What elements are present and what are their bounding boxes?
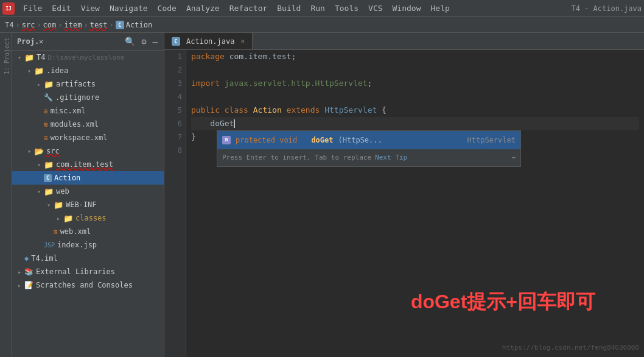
line-num-3: 3: [164, 77, 182, 90]
tree-root-path: D:\save\myclass\one: [47, 54, 124, 62]
ac-method-icon: m: [222, 136, 231, 144]
tree-action[interactable]: C Action: [12, 171, 164, 185]
code-editor[interactable]: package com.item.test ; import javax.ser…: [186, 50, 644, 357]
folder-web-icon: 📁: [44, 187, 54, 196]
tree-webinf[interactable]: ▾ 📁 WEB-INF: [12, 198, 164, 211]
ac-hint-dots[interactable]: ⋯: [511, 151, 516, 164]
tree-workspace-label: workspace.xml: [51, 133, 108, 142]
breadcrumb-com[interactable]: com: [43, 21, 57, 29]
toolbar-locate-btn[interactable]: 🔍: [124, 35, 136, 48]
extlibs-icon: 📚: [24, 267, 33, 276]
tree-t4iml-label: T4.iml: [31, 254, 57, 263]
main-layout: 1: Project Proj.✕ 🔍 ⚙ — ▾ 📁 T4 D:\save\m…: [0, 33, 644, 357]
tree-package[interactable]: ▾ 📁 com.item.test: [12, 158, 164, 171]
breadcrumb-t4[interactable]: T4: [5, 21, 13, 29]
line-num-4: 4: [164, 90, 182, 104]
editor-area: C Action.java ✕ 1 2 3 4 5 6 7 8 p: [164, 33, 644, 357]
tree-webxml[interactable]: ≋ web.xml: [12, 225, 164, 238]
tree-ext-libs[interactable]: ▸ 📚 External Libraries: [12, 265, 164, 278]
tree-idea[interactable]: ▾ 📁 .idea: [12, 64, 164, 77]
editor-content[interactable]: 1 2 3 4 5 6 7 8 package com.item.test ;: [164, 50, 644, 357]
menu-tools[interactable]: Tools: [330, 2, 363, 14]
file-webxml-icon: ≋: [54, 228, 58, 236]
menu-help[interactable]: Help: [426, 2, 455, 14]
kw-extends: extends: [287, 104, 320, 117]
menu-window[interactable]: Window: [388, 2, 426, 14]
tree-package-label: com.item.test: [56, 160, 113, 169]
tab-label: Action.java: [186, 37, 234, 46]
breadcrumb-src[interactable]: src: [22, 21, 35, 29]
tree-gitignore[interactable]: 🔧 .gitignore: [12, 91, 164, 104]
menu-refactor[interactable]: Refactor: [225, 2, 273, 14]
sidebar-title: Proj.✕: [17, 37, 43, 46]
line-num-8: 8: [164, 144, 182, 157]
arrow-artifacts: ▸: [34, 81, 44, 88]
tree-web[interactable]: ▾ 📁 web: [12, 185, 164, 198]
arrow-web: ▾: [34, 188, 44, 195]
breadcrumb-item[interactable]: item: [65, 21, 82, 29]
line-numbers: 1 2 3 4 5 6 7 8: [164, 50, 186, 357]
file-misc-icon: ≋: [44, 107, 48, 115]
text-cursor: [234, 119, 235, 128]
kw-import: import: [191, 77, 220, 90]
editor-tab-action[interactable]: C Action.java ✕: [164, 33, 253, 49]
tree-workspace[interactable]: ≋ workspace.xml: [12, 131, 164, 144]
menu-build[interactable]: Build: [272, 2, 306, 14]
file-iml-icon: ◆: [24, 254, 29, 263]
tree-web-label: web: [56, 187, 69, 196]
sidebar-toolbar: Proj.✕ 🔍 ⚙ —: [12, 33, 164, 51]
tab-close-btn[interactable]: ✕: [240, 37, 245, 45]
big-annotation: doGet提示+回车即可: [411, 295, 595, 308]
tree-classes-label: classes: [75, 214, 107, 222]
menu-run[interactable]: Run: [306, 2, 329, 14]
tree-root-label: T4: [37, 53, 45, 62]
sidebar: Proj.✕ 🔍 ⚙ — ▾ 📁 T4 D:\save\myclass\one …: [12, 33, 164, 357]
folder-idea-icon: 📁: [34, 66, 44, 76]
scratches-icon: 📝: [24, 281, 33, 289]
line-num-1: 1: [164, 50, 182, 63]
tree-src[interactable]: ▾ 📂 src: [12, 144, 164, 158]
menu-analyze[interactable]: Analyze: [181, 2, 225, 14]
tree-indexjsp[interactable]: JSP index.jsp: [12, 238, 164, 252]
tree-scratches-label: Scratches and Consoles: [36, 281, 133, 289]
line-num-7: 7: [164, 130, 182, 144]
tree-modules[interactable]: ≋ modules.xml: [12, 118, 164, 131]
tree-scratches[interactable]: ▸ 📝 Scratches and Consoles: [12, 278, 164, 292]
arrow-root: ▾: [15, 54, 24, 61]
autocomplete-row[interactable]: m protected void doGet (HttpSe... HttpSe…: [217, 131, 520, 149]
code-line-1: package com.item.test ;: [191, 50, 639, 63]
tree-classes[interactable]: ▸ 📁 classes: [12, 211, 164, 225]
project-tab[interactable]: 1: Project: [0, 33, 12, 79]
tree-gitignore-label: .gitignore: [55, 93, 99, 102]
tree-root[interactable]: ▾ 📁 T4 D:\save\myclass\one: [12, 51, 164, 64]
ac-hint-next[interactable]: Next Tip: [375, 151, 407, 164]
menu-edit[interactable]: Edit: [47, 2, 75, 14]
breadcrumb-action[interactable]: Action: [126, 21, 152, 29]
tree-artifacts-label: artifacts: [56, 80, 96, 88]
tree-t4iml[interactable]: ◆ T4.iml: [12, 252, 164, 265]
folder-src-icon: 📂: [34, 147, 44, 156]
menu-navigate[interactable]: Navigate: [105, 2, 153, 14]
line-num-5: 5: [164, 104, 182, 117]
tree-artifacts[interactable]: ▸ 📁 artifacts: [12, 77, 164, 91]
file-tree: ▾ 📁 T4 D:\save\myclass\one ▾ 📁 .idea ▸ 📁…: [12, 51, 164, 357]
tree-webxml-label: web.xml: [60, 227, 91, 236]
code-line-3: import javax.servlet.http.HttpServlet ;: [191, 77, 639, 90]
code-line-2: [191, 63, 639, 77]
menu-view[interactable]: View: [76, 2, 105, 14]
file-gitignore-icon: 🔧: [44, 93, 53, 102]
toolbar-config-btn[interactable]: ⚙: [140, 35, 147, 48]
menu-vcs[interactable]: VCS: [363, 2, 387, 14]
file-modules-icon: ≋: [44, 121, 48, 129]
app-logo: IJ: [2, 2, 15, 15]
menu-file[interactable]: File: [18, 2, 47, 14]
line-num-2: 2: [164, 63, 182, 77]
autocomplete-popup[interactable]: m protected void doGet (HttpSe... HttpSe…: [217, 130, 521, 167]
breadcrumb-test[interactable]: test: [90, 21, 108, 29]
tree-misc[interactable]: ≋ misc.xml: [12, 104, 164, 118]
toolbar-minimize-btn[interactable]: —: [152, 35, 159, 48]
autocomplete-hint: Press Enter to insert, Tab to replace Ne…: [217, 149, 520, 166]
arrow-package: ▾: [34, 161, 44, 168]
code-line-6: doGet: [191, 117, 639, 130]
menu-code[interactable]: Code: [153, 2, 181, 14]
